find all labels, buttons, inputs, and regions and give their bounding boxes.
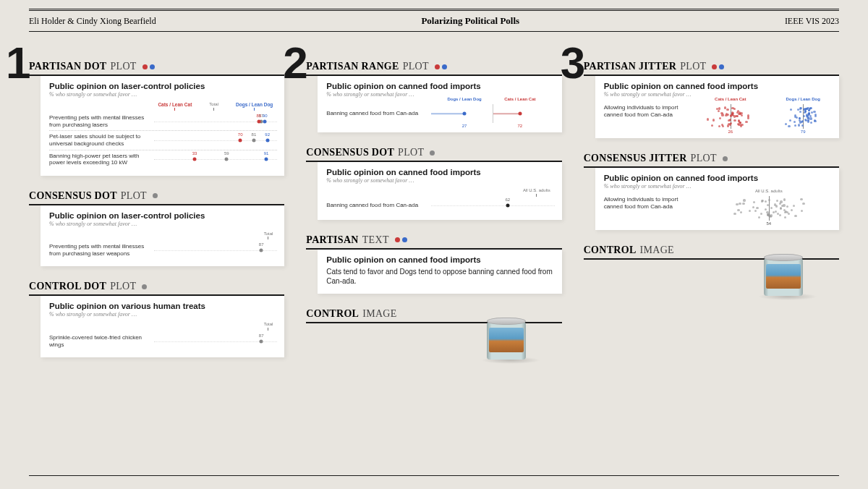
row-plot: 87 — [154, 336, 278, 346]
legend-dot-grey-icon — [153, 193, 158, 198]
card-title: Public opinion on canned food imports — [604, 174, 832, 182]
legend-dot-blue-icon — [719, 64, 724, 69]
section-control-image-2: CONTROL IMAGE — [306, 308, 561, 367]
row-label: Preventing pets with mental illnesses fr… — [49, 243, 150, 257]
row-label: Banning canned food from Can-ada — [326, 110, 427, 117]
section-partisan-text: PARTISAN TEXT Public opinion on canned f… — [306, 234, 561, 294]
footer-rule — [29, 475, 839, 476]
column-number-2: 2 — [283, 45, 306, 81]
sec-title-light: TEXT — [362, 234, 389, 246]
section-control-image-3: CONTROL IMAGE — [584, 244, 839, 303]
legend-dot-grey-icon — [430, 150, 435, 156]
legend-dot-red-icon — [712, 64, 717, 69]
sec-title-light: IMAGE — [640, 244, 674, 256]
card-partisan-text: Public opinion on canned food imports Ca… — [318, 250, 561, 294]
section-consensus-jitter: CONSENSUS JITTER PLOT Public opinion on … — [584, 153, 839, 230]
sec-title-light: IMAGE — [362, 308, 396, 320]
row-plot: 593391 — [154, 154, 278, 164]
card-title: Public opinion on canned food imports — [326, 255, 554, 264]
legend-dot-blue-icon — [150, 64, 155, 69]
legend-total: Total — [264, 231, 273, 240]
sec-title-bold: PARTISAN DOT — [29, 61, 106, 72]
card-title: Public opinion on laser-control policies — [49, 211, 277, 220]
sec-title-bold: CONTROL DOT — [29, 281, 106, 292]
section-partisan-jitter: PARTISAN JITTER PLOT Public opinion on c… — [584, 61, 839, 138]
card-partisan-dot: Public opinion on laser-control policies… — [41, 76, 284, 176]
sec-title-bold: CONTROL — [306, 308, 359, 320]
sec-title-bold: PARTISAN JITTER — [584, 61, 677, 72]
column-number-3: 3 — [561, 45, 584, 81]
legend-total: Total — [264, 322, 273, 331]
card-title: Public opinion on various human treats — [49, 302, 277, 310]
card-consensus-jitter: Public opinion on canned food imports % … — [595, 168, 839, 230]
card-consensus-dot-2: Public opinion on canned food imports % … — [318, 162, 561, 220]
legend-dot-red-icon — [395, 237, 400, 242]
card-subtitle: % who strongly or somewhat favor … — [49, 91, 277, 98]
row-plot: 878590 — [154, 116, 278, 127]
card-text: Cats tend to favor and Dogs tend to oppo… — [326, 267, 554, 286]
can-image-icon — [764, 254, 803, 299]
column-2: 2 PARTISAN RANGE PLOT Public opinion on … — [306, 61, 561, 381]
sec-title-bold: PARTISAN — [306, 234, 358, 246]
card-title: Public opinion on laser-control policies — [49, 82, 277, 90]
section-control-dot: CONTROL DOT PLOT Public opinion on vario… — [29, 281, 284, 357]
row-label: Preventing pets with mental illnesses fr… — [49, 114, 150, 128]
legend-dot-grey-icon — [723, 156, 728, 161]
row-label: Banning canned food from Can-ada — [326, 202, 427, 209]
section-consensus-dot-2: CONSENSUS DOT PLOT Public opinion on can… — [306, 147, 561, 220]
sec-title-light: PLOT — [110, 281, 136, 292]
row-plot: 62 — [431, 200, 555, 211]
legend-dot-blue-icon — [442, 64, 447, 69]
row-plot: 87 — [154, 245, 278, 255]
card-title: Public opinion on canned food imports — [604, 82, 832, 90]
section-partisan-dot: PARTISAN DOT PLOT Public opinion on lase… — [29, 61, 284, 176]
legend-dot-red-icon — [142, 64, 148, 69]
can-image-icon — [487, 318, 526, 362]
header-title: Polarizing Political Polls — [421, 15, 519, 27]
card-partisan-jitter: Public opinion on canned food imports % … — [595, 76, 839, 138]
card-control-dot: Public opinion on various human treats %… — [41, 296, 284, 357]
card-consensus-dot-1: Public opinion on laser-control policies… — [41, 205, 284, 267]
sec-title-light: PLOT — [403, 61, 429, 72]
sec-title-light: PLOT — [691, 153, 717, 164]
row-label: Sprinkle-covered twice-fried chicken win… — [49, 334, 150, 348]
sec-title-bold: CONSENSUS DOT — [306, 147, 394, 158]
row-label: Allowing individuals to import canned fo… — [604, 104, 691, 118]
section-partisan-range: PARTISAN RANGE PLOT Public opinion on ca… — [306, 61, 561, 132]
sec-title-light: PLOT — [110, 61, 136, 72]
column-3: 3 PARTISAN JITTER PLOT Public opinion on… — [584, 61, 839, 318]
page-header: Eli Holder & Cindy Xiong Bearfield Polar… — [29, 12, 839, 31]
jitter-plot: Cats / Lean Cat Dogs / Lean Dog 26 79 — [694, 104, 832, 129]
sec-title-light: PLOT — [121, 190, 147, 202]
card-subtitle: % who strongly or somewhat favor … — [49, 221, 277, 227]
legend-dot-red-icon — [435, 64, 440, 69]
range-plot: Dogs / Lean Dog Cats / Lean Cat 27 72 — [431, 104, 555, 123]
sec-title-light: PLOT — [398, 147, 424, 158]
card-partisan-range: Public opinion on canned food imports % … — [318, 76, 561, 132]
row-label: Banning high-power pet lasers with power… — [49, 153, 150, 166]
row-plot: 817092 — [154, 135, 278, 145]
row-label: Allowing individuals to import canned fo… — [604, 196, 691, 210]
legend-all-adults: All U.S. adults — [523, 188, 550, 197]
sec-title-bold: CONTROL — [584, 244, 637, 256]
legend-total: Total — [209, 102, 218, 111]
legend-red: Cats / Lean Cat — [158, 102, 192, 111]
card-title: Public opinion on canned food imports — [326, 82, 554, 90]
legend-dot-blue-icon — [402, 237, 407, 242]
card-subtitle: % who strongly or somewhat favor … — [326, 177, 554, 184]
card-title: Public opinion on canned food imports — [326, 168, 554, 177]
section-consensus-dot-1: CONSENSUS DOT PLOT Public opinion on las… — [29, 190, 284, 267]
column-1: 1 PARTISAN DOT PLOT Public opinion on la… — [29, 61, 284, 372]
sec-title-bold: PARTISAN RANGE — [306, 61, 399, 72]
row-label: Pet-laser sales should be subject to uni… — [49, 133, 150, 147]
legend-dot-grey-icon — [142, 284, 147, 289]
header-authors: Eli Holder & Cindy Xiong Bearfield — [29, 16, 156, 27]
sec-title-bold: CONSENSUS DOT — [29, 190, 117, 202]
card-subtitle: % who strongly or somewhat favor … — [604, 183, 832, 190]
header-venue: IEEE VIS 2023 — [785, 16, 839, 27]
card-subtitle: % who strongly or somewhat favor … — [49, 311, 277, 318]
sec-title-light: PLOT — [680, 61, 706, 72]
jitter-plot: All U.S. adults 54 — [694, 196, 832, 221]
column-number-1: 1 — [6, 45, 29, 81]
legend-blue: Dogs / Lean Dog — [236, 102, 273, 111]
